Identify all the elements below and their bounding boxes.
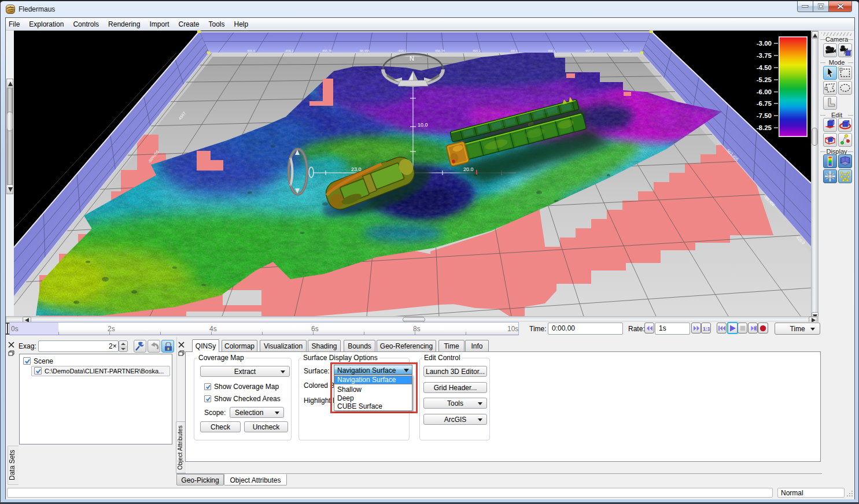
svg-text:-7.50: -7.50 xyxy=(757,112,772,119)
svg-text:455.4: 455.4 xyxy=(247,49,255,53)
svg-text:-6.75: -6.75 xyxy=(757,100,772,107)
svg-text:-6.00: -6.00 xyxy=(757,88,772,95)
svg-text:-3.75: -3.75 xyxy=(757,52,772,59)
svg-text:20.0: 20.0 xyxy=(463,166,474,172)
svg-text:456.78: 456.78 xyxy=(435,49,445,53)
svg-text:-4.50: -4.50 xyxy=(757,64,772,71)
svg-text:88.456: 88.456 xyxy=(360,49,370,53)
svg-text:-88.4: -88.4 xyxy=(510,49,518,53)
svg-text:-3.00: -3.00 xyxy=(757,40,772,47)
svg-text:456.1: 456.1 xyxy=(548,49,556,53)
svg-text:-5.25: -5.25 xyxy=(757,76,772,83)
svg-text:23.0: 23.0 xyxy=(351,166,362,172)
svg-text:455.78: 455.78 xyxy=(322,49,332,53)
svg-text:455.9: 455.9 xyxy=(623,49,631,53)
svg-text:1:1: 1:1 xyxy=(703,325,710,331)
svg-text:-456.2: -456.2 xyxy=(285,49,294,53)
svg-text:-8.25: -8.25 xyxy=(757,124,772,131)
svg-text:457.3: 457.3 xyxy=(585,49,593,53)
svg-text:10.0: 10.0 xyxy=(418,122,428,128)
svg-text:-455.1: -455.1 xyxy=(397,49,407,53)
svg-text:455.2: 455.2 xyxy=(473,49,481,53)
svg-text:N: N xyxy=(410,55,414,62)
